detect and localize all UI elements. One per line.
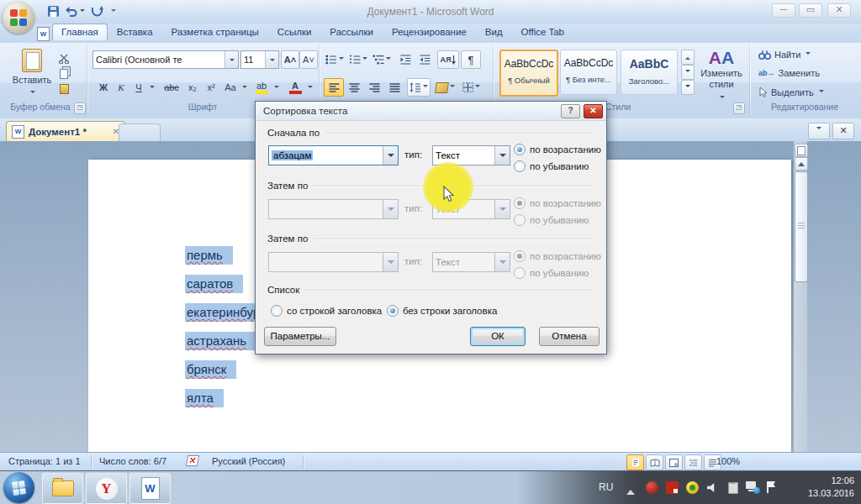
change-styles-button[interactable]: АA Изменить стили bbox=[696, 48, 747, 105]
selected-word[interactable]: пермь bbox=[185, 246, 233, 265]
start-button[interactable] bbox=[3, 472, 34, 503]
tab-bar-close-button[interactable]: ✕ bbox=[832, 123, 854, 139]
text-highlight-button[interactable]: ab bbox=[251, 78, 272, 97]
options-button[interactable]: Параметры... bbox=[264, 327, 336, 346]
style-no-spacing[interactable]: AaBbCcDc ¶ Без инте... bbox=[560, 50, 617, 95]
font-name-combo[interactable]: Calibri (Основной те bbox=[92, 50, 239, 69]
scrollbar-thumb[interactable] bbox=[795, 171, 808, 282]
ok-button[interactable]: ОК bbox=[470, 327, 526, 346]
document-tab-active[interactable]: W Документ1 * ✕ bbox=[6, 121, 125, 141]
network-icon[interactable] bbox=[746, 481, 758, 494]
tab-references[interactable]: Ссылки bbox=[268, 24, 321, 39]
change-case-dropdown-arrow[interactable] bbox=[242, 86, 247, 91]
then-by-field-combo[interactable] bbox=[268, 199, 399, 219]
selected-word[interactable]: саратов bbox=[185, 275, 243, 293]
fullscreen-reading-view-button[interactable] bbox=[646, 454, 663, 470]
styles-gallery-expand-button[interactable] bbox=[681, 80, 695, 95]
spellcheck-status-icon[interactable] bbox=[187, 455, 200, 467]
clipboard-dialog-launcher[interactable]: ◳ bbox=[74, 102, 86, 114]
bold-button[interactable]: Ж bbox=[94, 78, 113, 97]
shrink-font-button[interactable]: A˅ bbox=[299, 50, 318, 69]
underline-dropdown-arrow[interactable] bbox=[150, 86, 155, 91]
tray-app-red-circle-icon[interactable] bbox=[646, 481, 658, 494]
taskbar-word-button[interactable]: W bbox=[129, 473, 171, 504]
minimize-button[interactable]: ─ bbox=[772, 3, 795, 18]
styles-dialog-launcher[interactable]: ◳ bbox=[733, 102, 745, 114]
italic-button[interactable]: К bbox=[112, 78, 130, 97]
font-size-dropdown-arrow[interactable] bbox=[265, 51, 278, 68]
font-name-dropdown-arrow[interactable] bbox=[224, 51, 238, 68]
then-by2-field-combo[interactable] bbox=[268, 252, 399, 272]
zoom-level[interactable]: 100% bbox=[716, 456, 740, 466]
print-layout-view-button[interactable] bbox=[626, 454, 644, 470]
decrease-indent-button[interactable] bbox=[396, 50, 415, 69]
font-color-dropdown-arrow[interactable] bbox=[308, 86, 313, 91]
web-layout-view-button[interactable] bbox=[665, 454, 683, 470]
dialog-close-button[interactable]: ✕ bbox=[584, 104, 603, 118]
ruler-toggle-button[interactable] bbox=[795, 144, 808, 157]
sort-by-field-dropdown-arrow[interactable] bbox=[383, 146, 398, 165]
strikethrough-button[interactable]: abc bbox=[160, 78, 183, 97]
format-painter-button[interactable] bbox=[54, 81, 74, 97]
tab-office-tab[interactable]: Office Tab bbox=[512, 24, 573, 39]
sort-by-type-dropdown-arrow[interactable] bbox=[494, 146, 510, 165]
replace-button[interactable]: ab↔ Заменить bbox=[758, 68, 820, 78]
vertical-scrollbar[interactable] bbox=[794, 141, 807, 452]
align-right-button[interactable] bbox=[364, 78, 384, 97]
numbering-button[interactable] bbox=[347, 50, 369, 69]
office-button[interactable] bbox=[3, 2, 34, 34]
select-button[interactable]: Выделить bbox=[758, 87, 824, 97]
align-left-button[interactable] bbox=[324, 78, 344, 97]
outline-view-button[interactable] bbox=[684, 454, 702, 470]
tab-insert[interactable]: Вставка bbox=[108, 24, 162, 39]
volume-icon[interactable] bbox=[707, 481, 720, 494]
action-center-flag-icon[interactable] bbox=[767, 481, 779, 494]
cancel-button[interactable]: Отмена bbox=[539, 327, 600, 346]
word-count[interactable]: Число слов: 6/7 bbox=[99, 456, 166, 466]
styles-scroll-up-button[interactable] bbox=[681, 50, 695, 65]
bullets-button[interactable] bbox=[324, 50, 346, 69]
align-center-button[interactable] bbox=[344, 78, 364, 97]
close-button[interactable]: ✕ bbox=[827, 3, 851, 18]
tab-view[interactable]: Вид bbox=[476, 24, 512, 39]
paste-button[interactable]: Вставить bbox=[12, 49, 52, 99]
sort-by-field-combo[interactable]: абзацам bbox=[268, 145, 399, 165]
dialog-help-button[interactable]: ? bbox=[561, 104, 580, 118]
tray-update-shield-icon[interactable] bbox=[686, 481, 699, 494]
superscript-button[interactable]: x² bbox=[202, 78, 220, 97]
underline-button[interactable]: Ч bbox=[129, 78, 148, 97]
sort1-ascending-radio[interactable]: по возрастанию bbox=[514, 142, 601, 157]
cut-button[interactable] bbox=[54, 50, 74, 66]
maximize-button[interactable]: ▭ bbox=[799, 3, 822, 18]
grow-font-button[interactable]: A˄ bbox=[281, 50, 299, 69]
borders-button[interactable] bbox=[459, 78, 483, 97]
selected-word[interactable]: астрахань bbox=[185, 332, 256, 350]
tray-app-red-square-icon[interactable] bbox=[666, 481, 679, 494]
highlight-dropdown-arrow[interactable] bbox=[274, 86, 279, 91]
increase-indent-button[interactable] bbox=[415, 50, 435, 69]
dialog-title-bar[interactable]: Сортировка текста ? ✕ bbox=[256, 102, 606, 121]
language-status[interactable]: Русский (Россия) bbox=[212, 456, 285, 466]
tab-page-layout[interactable]: Разметка страницы bbox=[162, 24, 268, 39]
line-spacing-button[interactable] bbox=[407, 78, 430, 97]
style-normal[interactable]: AaBbCcDc ¶ Обычный bbox=[499, 50, 558, 97]
font-size-combo[interactable]: 11 bbox=[240, 50, 279, 69]
tab-mailings[interactable]: Рассылки bbox=[320, 24, 383, 39]
language-indicator[interactable]: RU bbox=[599, 481, 613, 493]
page-count[interactable]: Страница: 1 из 1 bbox=[8, 456, 81, 466]
taskbar-clock[interactable]: 12:06 13.03.2016 bbox=[808, 475, 854, 500]
then-by2-type-combo[interactable]: Текст bbox=[432, 252, 510, 272]
multilevel-list-button[interactable] bbox=[371, 50, 393, 69]
no-header-row-radio[interactable]: без строки заголовка bbox=[387, 303, 497, 318]
style-heading1[interactable]: AaBbC Заголово... bbox=[621, 50, 678, 95]
sort-button[interactable]: АЯ bbox=[437, 50, 459, 69]
header-row-radio[interactable]: со строкой заголовка bbox=[271, 303, 382, 318]
show-hidden-icons-arrow[interactable] bbox=[626, 486, 635, 495]
sort1-descending-radio[interactable]: по убыванию bbox=[514, 159, 589, 174]
selected-word[interactable]: ялта bbox=[185, 389, 224, 407]
find-button[interactable]: Найти bbox=[758, 50, 811, 60]
taskbar-explorer-button[interactable] bbox=[42, 473, 83, 504]
font-color-button[interactable]: А bbox=[284, 78, 306, 97]
document-tab-new[interactable] bbox=[119, 123, 161, 141]
tab-list-dropdown-button[interactable] bbox=[808, 123, 830, 139]
